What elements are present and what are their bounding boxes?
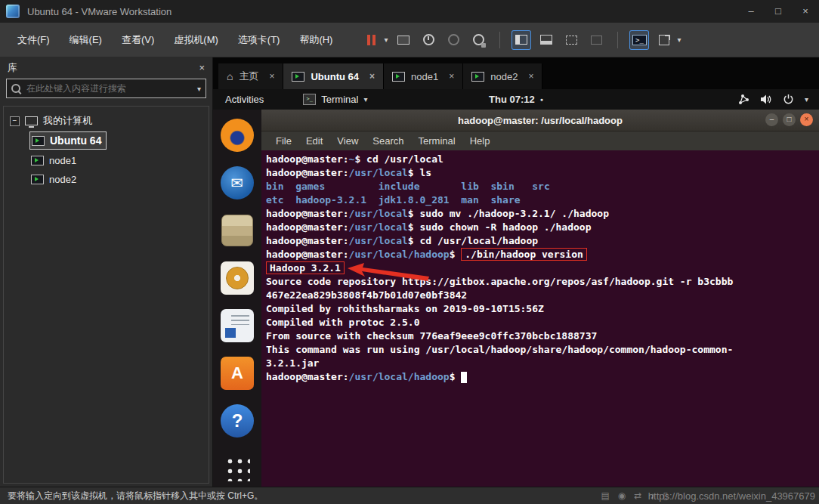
menu-item-选项卡(T)[interactable]: 选项卡(T)	[228, 29, 290, 51]
hard-disk-icon[interactable]: ▤	[601, 490, 610, 501]
search-icon	[11, 84, 20, 93]
terminal-menu-terminal[interactable]: Terminal	[419, 135, 456, 147]
vm-tree-item-node2[interactable]: node2	[29, 171, 81, 187]
tab-close-icon[interactable]: ×	[269, 71, 274, 82]
tab-close-icon[interactable]: ×	[449, 71, 454, 82]
menu-item-编辑(E)[interactable]: 编辑(E)	[60, 29, 112, 51]
minimize-button[interactable]: –	[737, 0, 765, 23]
terminal-text	[450, 194, 462, 206]
dock-item-libreoffice-writer[interactable]	[219, 308, 255, 344]
network-adapter-icon[interactable]: ⇄	[634, 490, 641, 501]
terminal-text: hadoop@master	[266, 371, 343, 382]
maximize-button[interactable]: □	[765, 0, 792, 23]
search-caret-icon[interactable]: ▾	[197, 85, 201, 93]
terminal-text: sbin	[490, 181, 514, 192]
show-applications-icon	[225, 456, 250, 481]
tab-node2[interactable]: node2×	[463, 63, 542, 89]
terminal-text: From source with checksum 776eaf9eee9c0f…	[266, 330, 597, 342]
terminal-body[interactable]: hadoop@master:~$ cd /usr/localhadoop@mas…	[261, 150, 819, 487]
tab-close-icon[interactable]: ×	[528, 71, 533, 82]
terminal-text: jdk1.8.0_281	[379, 194, 450, 206]
dropdown-caret-icon[interactable]: ▾	[384, 36, 388, 44]
terminal-line: This command was run using /usr/local/ha…	[266, 343, 819, 357]
vm-tree-item-Ubuntu 64[interactable]: Ubuntu 64	[29, 131, 107, 150]
show-library-button[interactable]	[512, 31, 530, 49]
tree-root-label: 我的计算机	[43, 114, 92, 128]
dock-item-show-applications[interactable]	[219, 450, 255, 487]
ctrl-alt-del-button[interactable]	[394, 31, 413, 49]
terminal-text: 3.2.1.jar	[266, 357, 319, 369]
terminal-minimize-button[interactable]: –	[765, 113, 778, 126]
tab-主页[interactable]: ⌂主页×	[218, 63, 283, 89]
vm-name: Ubuntu 64	[50, 135, 101, 147]
activities-button[interactable]: Activities	[213, 94, 276, 105]
menu-item-查看(V)[interactable]: 查看(V)	[112, 29, 164, 51]
expander-icon[interactable]: −	[10, 116, 20, 126]
clock-button[interactable]: Thu 07:12 ●	[489, 94, 543, 105]
revert-snapshot-button[interactable]	[444, 31, 462, 49]
menu-item-文件(F)[interactable]: 文件(F)	[8, 29, 60, 51]
terminal-menubar: FileEditViewSearchTerminalHelp	[261, 131, 819, 150]
terminal-close-button[interactable]: ×	[800, 113, 813, 126]
show-thumbnail-bar-button[interactable]	[537, 31, 555, 49]
terminal-text: man	[461, 194, 478, 206]
unity-mode-button[interactable]	[587, 31, 605, 49]
vm-name: node1	[49, 155, 76, 166]
dock-item-thunderbird[interactable]	[219, 165, 255, 201]
console-view-button[interactable]	[562, 31, 580, 49]
system-status-area[interactable]: ▾	[738, 94, 819, 105]
fullscreen-button[interactable]	[655, 31, 673, 49]
terminal-maximize-button[interactable]: □	[783, 113, 796, 126]
suspend-button[interactable]	[362, 31, 380, 49]
tab-label: Ubuntu 64	[311, 71, 359, 82]
vm-tree-item-node1[interactable]: node1	[29, 152, 81, 169]
window-controls: – □ ×	[737, 0, 819, 23]
menu-item-帮助(H)[interactable]: 帮助(H)	[289, 29, 342, 51]
dropdown-caret-icon[interactable]: ▾	[677, 36, 681, 44]
window-titlebar: Ubuntu 64 - VMware Workstation – □ ×	[0, 0, 819, 23]
dock-item-ubuntu-software[interactable]	[219, 355, 255, 391]
terminal-text: /usr/local	[349, 235, 408, 246]
close-button[interactable]: ×	[792, 0, 819, 23]
terminal-line: hadoop@master:/usr/local/hadoop$ ./bin/h…	[266, 248, 819, 261]
terminal-text: lib	[461, 181, 478, 192]
snapshot-manager-button[interactable]	[469, 31, 487, 49]
terminal-line: 467e22ea829b3808f4b7b01d07e0bf3842	[266, 289, 819, 302]
search-input[interactable]	[25, 82, 193, 94]
take-snapshot-button[interactable]	[419, 31, 437, 49]
terminal-menu-view[interactable]: View	[337, 135, 358, 147]
vm-icon	[32, 136, 45, 146]
vm-tree-root[interactable]: − 我的计算机	[4, 113, 209, 129]
terminal-console-button[interactable]	[630, 31, 648, 49]
terminal-text	[366, 194, 379, 206]
terminal-menu-search[interactable]: Search	[372, 135, 403, 147]
rhythmbox-icon	[221, 261, 254, 295]
menu-item-虚拟机(M)[interactable]: 虚拟机(M)	[164, 29, 228, 51]
terminal-text: :	[343, 249, 349, 260]
terminal-text: $ ls	[408, 167, 431, 178]
terminal-line: bin games include lib sbin src	[266, 180, 819, 193]
terminal-text: /usr/local	[349, 167, 408, 178]
dock-item-firefox[interactable]	[219, 117, 255, 153]
tab-close-icon[interactable]: ×	[369, 71, 375, 82]
terminal-text: /usr/local/hadoop	[349, 249, 450, 260]
terminal-titlebar[interactable]: hadoop@master: /usr/local/hadoop – □ ×	[261, 110, 819, 131]
cdrom-icon[interactable]: ◉	[618, 490, 626, 501]
terminal-text: Source code repository https://gitbox.ap…	[266, 276, 733, 287]
dock-item-help[interactable]	[219, 403, 255, 439]
ubuntu-software-icon	[221, 357, 254, 390]
dock-item-files[interactable]	[219, 212, 255, 249]
terminal-text	[515, 181, 532, 192]
terminal-menu-help[interactable]: Help	[470, 135, 490, 147]
terminal-menu-file[interactable]: File	[276, 135, 292, 147]
app-menu-button[interactable]: >_ Terminal ▾	[303, 94, 367, 105]
library-search[interactable]: ▾	[6, 79, 206, 98]
terminal-menu-edit[interactable]: Edit	[306, 135, 323, 147]
terminal-text: :	[343, 371, 349, 382]
tab-node1[interactable]: node1×	[384, 63, 463, 89]
library-close-icon[interactable]: ×	[199, 62, 205, 73]
tab-Ubuntu 64[interactable]: Ubuntu 64×	[283, 63, 384, 89]
chevron-down-icon: ▾	[363, 95, 367, 104]
vm-desktop: hadoop@master: /usr/local/hadoop – □ × F…	[213, 110, 819, 487]
dock-item-rhythmbox[interactable]	[219, 260, 255, 296]
